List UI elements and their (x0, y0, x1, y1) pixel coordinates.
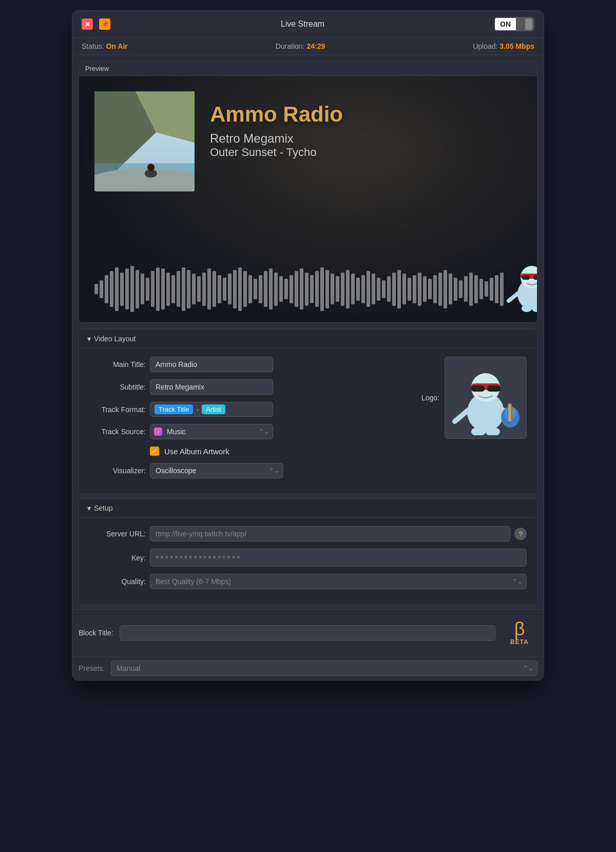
track-format-row: Track Format: Track Title - Artist (89, 402, 398, 417)
beta-button[interactable]: β BETA (502, 615, 537, 651)
track-format-label: Track Format: (89, 405, 146, 414)
main-title-label: Main Title: (89, 360, 146, 369)
album-artwork-label: Use Album Artwork (164, 447, 229, 456)
preview-section: Preview (79, 61, 537, 323)
preview-text: Ammo Radio Retro Megamix Outer Sunset - … (210, 91, 522, 159)
waveform-bar (382, 280, 386, 298)
logo-label: Logo: (414, 394, 439, 402)
visualizer-select[interactable]: Oscilloscope Waveform Spectrum None (150, 463, 283, 478)
waveform-bar (402, 274, 406, 304)
on-label[interactable]: ON (495, 18, 516, 30)
waveform-bar (156, 267, 160, 311)
status-value: On Air (106, 42, 127, 50)
waveform-bar (351, 274, 355, 304)
waveform-bar (166, 273, 170, 306)
waveform-bar (341, 273, 344, 306)
svg-rect-11 (533, 275, 537, 280)
setup-header[interactable]: ▾ Setup (79, 499, 537, 518)
waveform-bar (444, 270, 447, 308)
video-layout-section: ▾ Video Layout Main Title: Subtitle: Tra… (79, 329, 537, 494)
quality-select-wrapper: Best Quality (6-7 Mbps) High Quality (4-… (150, 574, 527, 589)
waveform-bar (490, 278, 493, 301)
upload-value: 3.05 Mbps (499, 42, 534, 50)
close-button[interactable]: ✕ (82, 18, 93, 30)
waveform-bar (264, 271, 267, 307)
waveform-bar (136, 270, 139, 308)
waveform-bar (423, 276, 427, 302)
waveform-bar (269, 268, 273, 309)
waveform-bar (392, 273, 396, 306)
subtitle-label: Subtitle: (89, 383, 146, 391)
waveform-bar (367, 271, 370, 307)
setup-chevron-icon: ▾ (87, 504, 91, 512)
toggle-thumb (525, 18, 532, 30)
presets-label: Presets: (79, 664, 105, 672)
svg-rect-27 (487, 385, 500, 392)
key-input[interactable] (150, 549, 527, 567)
svg-point-21 (522, 305, 532, 312)
album-art (94, 91, 195, 191)
waveform-bar (171, 275, 175, 303)
waveform-bar (377, 278, 380, 301)
waveform-bar (213, 271, 216, 307)
waveform-bar (305, 273, 309, 306)
waveform-bar (274, 273, 278, 306)
key-label: Key: (89, 554, 146, 562)
waveform-bar (325, 270, 329, 308)
waveform-bar (130, 266, 134, 312)
waveform-bar (454, 278, 457, 301)
artist-tag[interactable]: Artist (202, 404, 225, 414)
presets-select[interactable]: Manual (111, 661, 537, 676)
svg-line-13 (509, 293, 519, 301)
waveform-bar (192, 274, 196, 304)
track-format-container[interactable]: Track Title - Artist (150, 402, 273, 417)
waveform-bar (464, 276, 468, 302)
window-title: Live Stream (110, 20, 495, 29)
waveform-bar (397, 270, 401, 308)
subtitle-input[interactable] (150, 379, 273, 395)
upload-label: Upload: (473, 42, 497, 50)
video-layout-label: Video Layout (94, 335, 136, 343)
main-title-input[interactable] (150, 357, 273, 372)
waveform-bar (336, 276, 339, 302)
waveform-bar (223, 278, 226, 301)
waveform-bar (300, 268, 303, 309)
track-source-select[interactable]: Music (150, 424, 273, 439)
waveform-bar (279, 276, 283, 302)
block-title-input[interactable] (120, 625, 495, 641)
video-layout-header[interactable]: ▾ Video Layout (79, 330, 537, 348)
album-artwork-checkbox[interactable]: ✓ (150, 447, 159, 456)
server-url-input[interactable] (150, 526, 510, 541)
svg-line-29 (455, 410, 468, 421)
duration-value: 24:29 (306, 42, 325, 50)
track-title-tag[interactable]: Track Title (155, 404, 193, 414)
waveform-bar (413, 275, 416, 303)
pin-button[interactable]: 📌 (99, 18, 110, 30)
server-url-help-button[interactable]: ? (514, 528, 527, 540)
quality-select[interactable]: Best Quality (6-7 Mbps) High Quality (4-… (150, 574, 527, 589)
waveform-bar (105, 275, 108, 303)
track-separator: - (196, 405, 199, 414)
waveform-bar (433, 275, 437, 303)
status-label: Status: (82, 42, 104, 50)
duration-label: Duration: (276, 42, 305, 50)
svg-rect-4 (94, 163, 195, 191)
status-item-duration: Duration: 24:29 (276, 42, 325, 50)
preview-label: Preview (79, 62, 537, 76)
waveform-bar (115, 267, 119, 311)
block-title-label: Block Title: (79, 629, 113, 637)
waveform-bar (254, 279, 257, 299)
waveform-bar (141, 274, 144, 304)
waveform-bar (125, 268, 129, 309)
on-toggle[interactable]: ON (495, 17, 534, 31)
album-art-image (94, 91, 195, 191)
preview-bottom (79, 256, 537, 322)
preview-main-title: Ammo Radio (210, 102, 522, 127)
subtitle-row: Subtitle: (89, 379, 398, 395)
waveform-bar (197, 276, 201, 302)
title-bar-left: ✕ 📌 (82, 18, 110, 30)
status-bar: Status: On Air Duration: 24:29 Upload: 3… (72, 38, 544, 55)
waveform-bar (151, 271, 155, 307)
logo-preview (445, 357, 527, 439)
toggle-track[interactable] (516, 17, 534, 31)
